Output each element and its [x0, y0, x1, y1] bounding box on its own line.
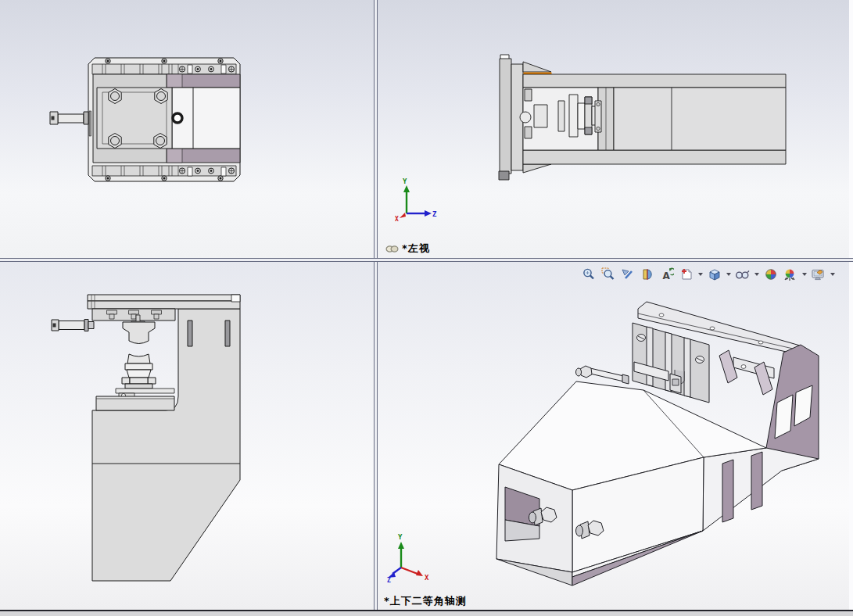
viewport-label-dimetric-view: *上下二等角轴测	[384, 594, 467, 608]
viewport-splitter-horizontal[interactable]	[0, 258, 853, 262]
zoom-to-fit-icon[interactable]	[579, 265, 597, 283]
right-edge-strip	[849, 0, 853, 611]
hide-show-items-dropdown[interactable]	[753, 266, 760, 282]
viewport-label-text: *左视	[402, 242, 430, 256]
svg-text:X: X	[395, 216, 399, 222]
viewport-front-view[interactable]	[0, 262, 374, 610]
view-selector-dropdown[interactable]	[697, 266, 704, 282]
viewport-splitter-vertical[interactable]	[374, 0, 378, 611]
annotation-3d-view-icon[interactable]: A	[658, 265, 676, 283]
cad-multiview-window: Y Z X *左视	[0, 0, 853, 616]
apply-scene-icon[interactable]	[809, 265, 827, 283]
render-options-icon[interactable]	[781, 265, 799, 283]
render-options-dropdown[interactable]	[801, 266, 808, 282]
svg-text:Z: Z	[432, 210, 437, 218]
model-top-view[interactable]	[0, 0, 374, 258]
display-style-icon[interactable]	[705, 265, 723, 283]
bottom-edge-strip	[0, 611, 853, 616]
zoom-to-area-icon[interactable]	[599, 265, 617, 283]
svg-text:X: X	[425, 574, 429, 582]
viewport-top-view[interactable]	[0, 0, 374, 258]
edit-appearance-icon[interactable]	[762, 265, 780, 283]
viewport-label-left-view: *左视	[385, 242, 430, 256]
svg-text:A: A	[662, 270, 670, 281]
model-left-view[interactable]	[378, 0, 853, 258]
heads-up-toolbar: A	[579, 265, 836, 283]
link-icon	[385, 245, 399, 253]
hide-show-items-icon[interactable]	[733, 265, 751, 283]
display-style-dropdown[interactable]	[725, 266, 732, 282]
svg-text:Y: Y	[403, 177, 407, 185]
viewport-label-text: *上下二等角轴测	[384, 594, 467, 608]
model-front-view[interactable]	[0, 262, 374, 610]
view-selector-icon[interactable]	[677, 265, 695, 283]
triad-left-view: Y Z X	[395, 177, 439, 222]
viewport-left-view[interactable]: Y Z X *左视	[378, 0, 853, 258]
apply-scene-dropdown[interactable]	[829, 266, 836, 282]
viewport-dimetric-view[interactable]: A	[378, 262, 853, 610]
triad-dimetric-view: Y X Z	[387, 532, 432, 582]
previous-view-icon[interactable]	[618, 265, 636, 283]
section-view-icon[interactable]	[638, 265, 656, 283]
model-dimetric-view[interactable]	[378, 262, 853, 610]
svg-text:Z: Z	[387, 577, 391, 582]
svg-text:Y: Y	[398, 533, 403, 541]
